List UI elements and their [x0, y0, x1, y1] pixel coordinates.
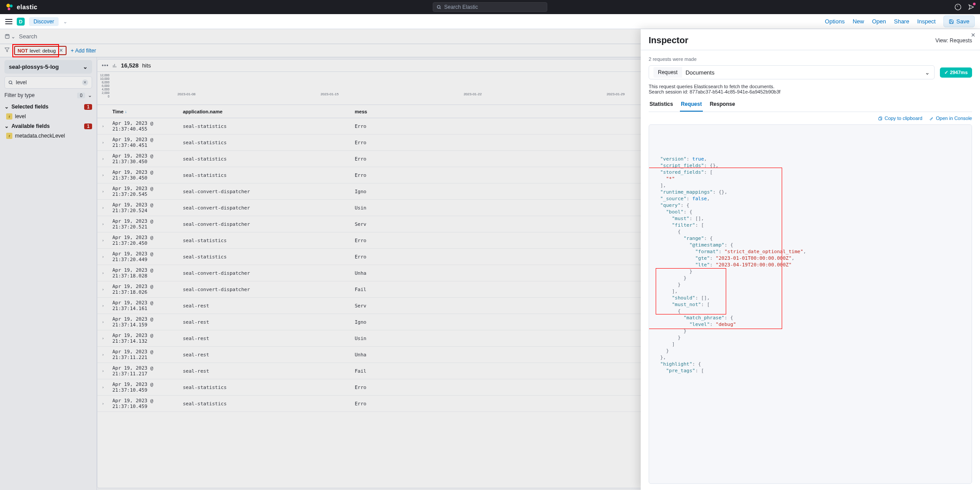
inspector-title: Inspector: [649, 35, 688, 45]
svg-point-5: [955, 4, 961, 10]
request-json-viewer[interactable]: "version": true, "script_fields": {}, "s…: [649, 124, 972, 484]
inspector-view-selector[interactable]: View: Requests: [935, 37, 972, 44]
svg-rect-6: [5, 34, 9, 38]
svg-point-3: [437, 5, 440, 8]
clear-search-icon[interactable]: ✕: [82, 79, 88, 86]
svg-point-0: [7, 4, 10, 7]
expand-row-icon[interactable]: ›: [102, 173, 112, 177]
expand-row-icon[interactable]: ›: [102, 352, 112, 357]
global-search[interactable]: Search Elastic: [433, 2, 547, 12]
svg-line-4: [440, 7, 441, 8]
filter-icon: [4, 47, 10, 52]
expand-row-icon[interactable]: ›: [102, 206, 112, 210]
request-selector[interactable]: Request Documents ⌄: [649, 65, 935, 79]
nav-share[interactable]: Share: [894, 18, 909, 25]
request-timing-badge: ✓ 2947ms: [940, 67, 972, 78]
expand-row-icon[interactable]: ›: [102, 238, 112, 243]
wrench-icon: [929, 116, 934, 121]
newsfeed-icon[interactable]: [968, 4, 975, 11]
expand-row-icon[interactable]: ›: [102, 287, 112, 292]
expand-row-icon[interactable]: ›: [102, 303, 112, 308]
help-icon[interactable]: [954, 4, 961, 11]
svg-marker-8: [5, 48, 9, 52]
more-options-icon[interactable]: •••: [102, 63, 109, 69]
svg-point-9: [9, 81, 11, 83]
expand-row-icon[interactable]: ›: [102, 401, 112, 406]
expand-row-icon[interactable]: ›: [102, 385, 112, 389]
search-icon: [8, 80, 13, 85]
open-in-console-button[interactable]: Open in Console: [929, 116, 972, 121]
hit-label: hits: [142, 62, 151, 69]
expand-row-icon[interactable]: ›: [102, 140, 112, 145]
clipboard-icon: [878, 116, 883, 121]
expand-row-icon[interactable]: ›: [102, 124, 112, 128]
svg-rect-7: [6, 34, 8, 36]
expand-row-icon[interactable]: ›: [102, 320, 112, 324]
elastic-logo-icon: [5, 3, 14, 11]
sort-arrow-icon: ↓: [125, 109, 127, 114]
expand-row-icon[interactable]: ›: [102, 336, 112, 340]
field-search-input[interactable]: level ✕: [4, 76, 92, 89]
request-summary: 2 requests were made: [649, 56, 972, 62]
check-icon: ✓: [944, 70, 948, 75]
saved-queries-button[interactable]: ⌄: [4, 34, 15, 40]
add-filter-button[interactable]: + Add filter: [71, 48, 96, 54]
available-fields-header[interactable]: ⌄ Available fields 1: [4, 123, 92, 129]
selected-fields-header[interactable]: ⌄ Selected fields 1: [4, 104, 92, 110]
expand-row-icon[interactable]: ›: [102, 369, 112, 373]
chevron-down-icon: ⌄: [88, 92, 92, 98]
svg-point-2: [7, 7, 10, 10]
chevron-down-icon: ⌄: [925, 69, 930, 76]
expand-row-icon[interactable]: ›: [102, 222, 112, 226]
nav-inspect[interactable]: Inspect: [917, 18, 935, 25]
nav-new[interactable]: New: [853, 18, 864, 25]
svg-rect-15: [879, 117, 881, 120]
column-application[interactable]: application.name: [183, 109, 355, 114]
brand-text: elastic: [17, 4, 37, 11]
field-item[interactable]: tmetadata.checkLevel: [4, 132, 92, 140]
request-description: This request queries Elasticsearch to fe…: [649, 84, 972, 94]
hit-count: 16,528: [121, 62, 139, 69]
chart-toggle-icon[interactable]: [112, 63, 118, 68]
field-item[interactable]: tlevel: [4, 112, 92, 120]
breadcrumb-app[interactable]: Discover: [29, 17, 59, 26]
global-search-placeholder: Search Elastic: [444, 4, 478, 10]
chevron-down-icon: ⌄: [4, 104, 9, 110]
expand-row-icon[interactable]: ›: [102, 189, 112, 194]
chevron-down-icon: ⌄: [4, 123, 9, 129]
save-icon: [949, 19, 954, 24]
nav-menu-toggle[interactable]: [5, 19, 12, 24]
disk-icon: [4, 34, 10, 39]
plus-icon: +: [71, 48, 74, 54]
close-inspector-icon[interactable]: ✕: [971, 32, 976, 38]
save-button[interactable]: Save: [943, 15, 975, 27]
chevron-down-icon: ⌄: [83, 64, 88, 70]
filter-pill-level-debug[interactable]: NOT level: debug ✕: [14, 46, 67, 55]
filter-by-type[interactable]: Filter by type 0 ⌄: [4, 92, 92, 98]
nav-open[interactable]: Open: [872, 18, 886, 25]
brand-logo[interactable]: elastic: [5, 3, 37, 11]
expand-row-icon[interactable]: ›: [102, 157, 112, 161]
remove-filter-icon[interactable]: ✕: [59, 48, 63, 53]
svg-line-10: [11, 83, 12, 84]
inspector-flyout: Inspector View: Requests ✕ 2 requests we…: [641, 29, 980, 490]
notification-dot: [973, 3, 976, 5]
data-view-selector[interactable]: seal-plossys-5-log ⌄: [4, 60, 92, 74]
tab-request[interactable]: Request: [680, 99, 702, 112]
y-axis-ticks: 12,00010,0008,0006,0004,0002,0000: [100, 74, 109, 98]
space-badge[interactable]: D: [17, 18, 25, 26]
svg-point-1: [10, 4, 13, 7]
chevron-down-icon: ⌄: [11, 34, 15, 40]
filter-menu-button[interactable]: [4, 47, 10, 54]
column-time[interactable]: Time↓: [112, 109, 183, 114]
nav-options[interactable]: Options: [825, 18, 845, 25]
field-type-icon: t: [6, 133, 12, 139]
tab-response[interactable]: Response: [709, 99, 736, 112]
search-icon: [437, 5, 442, 10]
field-type-icon: t: [6, 113, 12, 120]
chevron-down-icon[interactable]: ⌄: [63, 19, 67, 25]
tab-statistics[interactable]: Statistics: [649, 99, 674, 112]
expand-row-icon[interactable]: ›: [102, 271, 112, 275]
expand-row-icon[interactable]: ›: [102, 254, 112, 259]
copy-to-clipboard-button[interactable]: Copy to clipboard: [878, 116, 922, 121]
